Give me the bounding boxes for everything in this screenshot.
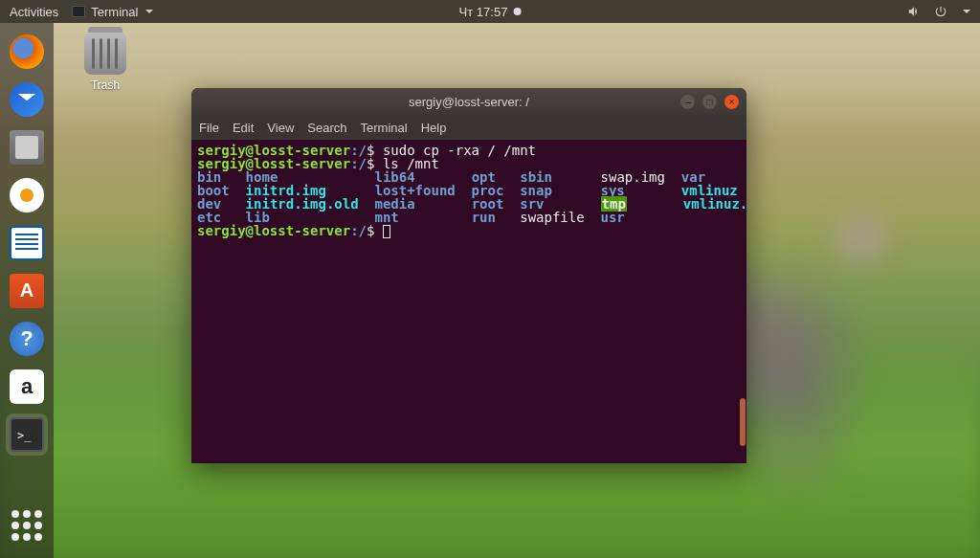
dock-files[interactable] bbox=[6, 126, 48, 168]
top-bar: Activities Terminal Чт 17:57 bbox=[0, 0, 980, 23]
close-button[interactable]: × bbox=[724, 95, 739, 109]
terminal-line: sergiy@losst-server:/$ ls /mnt bbox=[197, 157, 741, 170]
writer-icon bbox=[10, 226, 44, 260]
volume-icon[interactable] bbox=[907, 5, 921, 18]
dock-firefox[interactable] bbox=[6, 31, 48, 73]
terminal-line: boot initrd.img lost+found proc snap sys… bbox=[197, 184, 741, 197]
terminal-icon bbox=[72, 6, 85, 17]
terminal-scrollbar[interactable] bbox=[739, 140, 746, 463]
terminal-line: sergiy@losst-server:/$ sudo cp -rxa / /m… bbox=[197, 144, 741, 157]
terminal-titlebar[interactable]: sergiy@losst-server: / ‒ □ × bbox=[191, 88, 746, 115]
dock-writer[interactable] bbox=[6, 222, 48, 264]
trash-icon bbox=[84, 33, 126, 75]
dock-amazon[interactable]: a bbox=[6, 366, 48, 408]
clock[interactable]: Чт 17:57 bbox=[459, 5, 522, 19]
dock-help[interactable]: ? bbox=[6, 318, 48, 360]
minimize-button[interactable]: ‒ bbox=[680, 95, 695, 109]
firefox-icon bbox=[10, 34, 44, 69]
terminal-menubar: FileEditViewSearchTerminalHelp bbox=[191, 115, 746, 140]
help-icon: ? bbox=[10, 322, 44, 356]
menu-search[interactable]: Search bbox=[307, 121, 346, 135]
terminal-line: etc lib mnt run swapfile usr bbox=[197, 211, 741, 224]
power-icon[interactable] bbox=[934, 5, 947, 18]
show-applications[interactable] bbox=[6, 504, 48, 547]
trash-label: Trash bbox=[77, 78, 134, 92]
software-icon bbox=[10, 274, 44, 308]
scrollbar-thumb[interactable] bbox=[740, 398, 746, 446]
menu-view[interactable]: View bbox=[267, 121, 294, 135]
menu-edit[interactable]: Edit bbox=[233, 121, 254, 135]
menu-terminal[interactable]: Terminal bbox=[361, 121, 408, 135]
dock-terminal[interactable] bbox=[6, 413, 48, 456]
terminal-title: sergiy@losst-server: / bbox=[191, 95, 746, 109]
terminal-line: bin home lib64 opt sbin swap.img var bbox=[197, 170, 741, 184]
amazon-icon: a bbox=[10, 369, 44, 404]
active-app-menu[interactable]: Terminal bbox=[72, 5, 153, 19]
menu-help[interactable]: Help bbox=[421, 121, 447, 135]
terminal-line: dev initrd.img.old media root srv tmp vm… bbox=[197, 197, 741, 211]
dock-rhythmbox[interactable] bbox=[6, 174, 48, 216]
cursor bbox=[383, 225, 390, 238]
rhythmbox-icon bbox=[10, 178, 44, 212]
terminal-window: sergiy@losst-server: / ‒ □ × FileEditVie… bbox=[191, 88, 746, 463]
dock: ? a bbox=[0, 23, 54, 558]
dock-thunderbird[interactable] bbox=[6, 78, 48, 121]
dock-software[interactable] bbox=[6, 270, 48, 312]
indicator-dot-icon bbox=[513, 8, 521, 15]
chevron-down-icon bbox=[145, 10, 153, 13]
terminal-body[interactable]: sergiy@losst-server:/$ sudo cp -rxa / /m… bbox=[191, 140, 746, 463]
maximize-button[interactable]: □ bbox=[702, 95, 717, 109]
files-icon bbox=[10, 130, 44, 165]
desktop-trash[interactable]: Trash bbox=[77, 33, 134, 92]
menu-file[interactable]: File bbox=[199, 121, 219, 135]
thunderbird-icon bbox=[10, 82, 44, 117]
apps-grid-icon bbox=[11, 510, 42, 541]
terminal-prompt-line: sergiy@losst-server:/$ bbox=[197, 224, 741, 238]
chevron-down-icon[interactable] bbox=[963, 10, 970, 13]
terminal-icon bbox=[10, 417, 44, 452]
active-app-name: Terminal bbox=[91, 5, 138, 19]
clock-text: Чт 17:57 bbox=[459, 5, 508, 19]
activities-button[interactable]: Activities bbox=[10, 5, 58, 19]
